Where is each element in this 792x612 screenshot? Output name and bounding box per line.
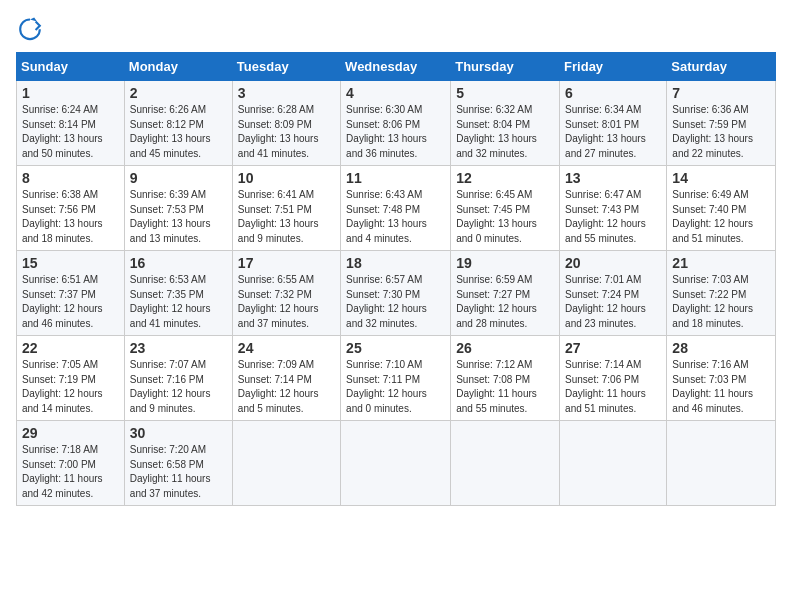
header-cell-tuesday: Tuesday	[232, 53, 340, 81]
day-cell	[667, 421, 776, 506]
day-number: 10	[238, 170, 335, 186]
day-cell	[560, 421, 667, 506]
day-cell: 16Sunrise: 6:53 AM Sunset: 7:35 PM Dayli…	[124, 251, 232, 336]
day-cell: 9Sunrise: 6:39 AM Sunset: 7:53 PM Daylig…	[124, 166, 232, 251]
day-cell: 23Sunrise: 7:07 AM Sunset: 7:16 PM Dayli…	[124, 336, 232, 421]
day-number: 13	[565, 170, 661, 186]
header-cell-thursday: Thursday	[451, 53, 560, 81]
day-cell	[341, 421, 451, 506]
day-info: Sunrise: 6:41 AM Sunset: 7:51 PM Dayligh…	[238, 188, 335, 246]
day-info: Sunrise: 6:59 AM Sunset: 7:27 PM Dayligh…	[456, 273, 554, 331]
day-info: Sunrise: 7:09 AM Sunset: 7:14 PM Dayligh…	[238, 358, 335, 416]
day-number: 20	[565, 255, 661, 271]
header-row: SundayMondayTuesdayWednesdayThursdayFrid…	[17, 53, 776, 81]
day-info: Sunrise: 6:36 AM Sunset: 7:59 PM Dayligh…	[672, 103, 770, 161]
day-cell: 19Sunrise: 6:59 AM Sunset: 7:27 PM Dayli…	[451, 251, 560, 336]
day-number: 24	[238, 340, 335, 356]
calendar-table: SundayMondayTuesdayWednesdayThursdayFrid…	[16, 52, 776, 506]
day-info: Sunrise: 7:20 AM Sunset: 6:58 PM Dayligh…	[130, 443, 227, 501]
day-number: 22	[22, 340, 119, 356]
logo-icon	[16, 16, 44, 44]
day-number: 14	[672, 170, 770, 186]
day-number: 30	[130, 425, 227, 441]
day-cell: 27Sunrise: 7:14 AM Sunset: 7:06 PM Dayli…	[560, 336, 667, 421]
day-cell: 18Sunrise: 6:57 AM Sunset: 7:30 PM Dayli…	[341, 251, 451, 336]
day-number: 25	[346, 340, 445, 356]
day-info: Sunrise: 7:01 AM Sunset: 7:24 PM Dayligh…	[565, 273, 661, 331]
day-cell: 4Sunrise: 6:30 AM Sunset: 8:06 PM Daylig…	[341, 81, 451, 166]
day-info: Sunrise: 7:14 AM Sunset: 7:06 PM Dayligh…	[565, 358, 661, 416]
day-cell: 6Sunrise: 6:34 AM Sunset: 8:01 PM Daylig…	[560, 81, 667, 166]
day-cell: 7Sunrise: 6:36 AM Sunset: 7:59 PM Daylig…	[667, 81, 776, 166]
day-cell: 10Sunrise: 6:41 AM Sunset: 7:51 PM Dayli…	[232, 166, 340, 251]
logo	[16, 16, 48, 44]
day-number: 17	[238, 255, 335, 271]
day-number: 3	[238, 85, 335, 101]
day-info: Sunrise: 7:18 AM Sunset: 7:00 PM Dayligh…	[22, 443, 119, 501]
week-row-1: 1Sunrise: 6:24 AM Sunset: 8:14 PM Daylig…	[17, 81, 776, 166]
day-cell: 24Sunrise: 7:09 AM Sunset: 7:14 PM Dayli…	[232, 336, 340, 421]
day-info: Sunrise: 6:43 AM Sunset: 7:48 PM Dayligh…	[346, 188, 445, 246]
day-info: Sunrise: 6:51 AM Sunset: 7:37 PM Dayligh…	[22, 273, 119, 331]
day-info: Sunrise: 6:47 AM Sunset: 7:43 PM Dayligh…	[565, 188, 661, 246]
day-info: Sunrise: 6:45 AM Sunset: 7:45 PM Dayligh…	[456, 188, 554, 246]
day-info: Sunrise: 6:26 AM Sunset: 8:12 PM Dayligh…	[130, 103, 227, 161]
day-cell: 20Sunrise: 7:01 AM Sunset: 7:24 PM Dayli…	[560, 251, 667, 336]
day-cell	[232, 421, 340, 506]
day-info: Sunrise: 7:12 AM Sunset: 7:08 PM Dayligh…	[456, 358, 554, 416]
day-number: 21	[672, 255, 770, 271]
day-number: 5	[456, 85, 554, 101]
day-cell: 26Sunrise: 7:12 AM Sunset: 7:08 PM Dayli…	[451, 336, 560, 421]
week-row-2: 8Sunrise: 6:38 AM Sunset: 7:56 PM Daylig…	[17, 166, 776, 251]
day-cell: 8Sunrise: 6:38 AM Sunset: 7:56 PM Daylig…	[17, 166, 125, 251]
day-info: Sunrise: 6:24 AM Sunset: 8:14 PM Dayligh…	[22, 103, 119, 161]
day-number: 2	[130, 85, 227, 101]
day-info: Sunrise: 6:38 AM Sunset: 7:56 PM Dayligh…	[22, 188, 119, 246]
day-cell: 25Sunrise: 7:10 AM Sunset: 7:11 PM Dayli…	[341, 336, 451, 421]
day-cell	[451, 421, 560, 506]
day-cell: 5Sunrise: 6:32 AM Sunset: 8:04 PM Daylig…	[451, 81, 560, 166]
day-cell: 1Sunrise: 6:24 AM Sunset: 8:14 PM Daylig…	[17, 81, 125, 166]
day-number: 26	[456, 340, 554, 356]
day-cell: 28Sunrise: 7:16 AM Sunset: 7:03 PM Dayli…	[667, 336, 776, 421]
day-cell: 22Sunrise: 7:05 AM Sunset: 7:19 PM Dayli…	[17, 336, 125, 421]
header-cell-friday: Friday	[560, 53, 667, 81]
week-row-5: 29Sunrise: 7:18 AM Sunset: 7:00 PM Dayli…	[17, 421, 776, 506]
day-number: 29	[22, 425, 119, 441]
week-row-4: 22Sunrise: 7:05 AM Sunset: 7:19 PM Dayli…	[17, 336, 776, 421]
day-info: Sunrise: 7:10 AM Sunset: 7:11 PM Dayligh…	[346, 358, 445, 416]
day-info: Sunrise: 7:05 AM Sunset: 7:19 PM Dayligh…	[22, 358, 119, 416]
day-info: Sunrise: 7:16 AM Sunset: 7:03 PM Dayligh…	[672, 358, 770, 416]
page-header	[16, 16, 776, 44]
day-cell: 14Sunrise: 6:49 AM Sunset: 7:40 PM Dayli…	[667, 166, 776, 251]
day-number: 28	[672, 340, 770, 356]
day-cell: 15Sunrise: 6:51 AM Sunset: 7:37 PM Dayli…	[17, 251, 125, 336]
day-number: 18	[346, 255, 445, 271]
day-cell: 29Sunrise: 7:18 AM Sunset: 7:00 PM Dayli…	[17, 421, 125, 506]
day-info: Sunrise: 6:39 AM Sunset: 7:53 PM Dayligh…	[130, 188, 227, 246]
day-number: 19	[456, 255, 554, 271]
day-cell: 13Sunrise: 6:47 AM Sunset: 7:43 PM Dayli…	[560, 166, 667, 251]
day-info: Sunrise: 6:34 AM Sunset: 8:01 PM Dayligh…	[565, 103, 661, 161]
day-cell: 17Sunrise: 6:55 AM Sunset: 7:32 PM Dayli…	[232, 251, 340, 336]
day-number: 12	[456, 170, 554, 186]
day-number: 9	[130, 170, 227, 186]
day-number: 7	[672, 85, 770, 101]
header-cell-saturday: Saturday	[667, 53, 776, 81]
day-info: Sunrise: 6:28 AM Sunset: 8:09 PM Dayligh…	[238, 103, 335, 161]
day-number: 11	[346, 170, 445, 186]
day-cell: 2Sunrise: 6:26 AM Sunset: 8:12 PM Daylig…	[124, 81, 232, 166]
day-info: Sunrise: 6:53 AM Sunset: 7:35 PM Dayligh…	[130, 273, 227, 331]
day-info: Sunrise: 6:57 AM Sunset: 7:30 PM Dayligh…	[346, 273, 445, 331]
day-info: Sunrise: 7:07 AM Sunset: 7:16 PM Dayligh…	[130, 358, 227, 416]
day-number: 6	[565, 85, 661, 101]
day-cell: 11Sunrise: 6:43 AM Sunset: 7:48 PM Dayli…	[341, 166, 451, 251]
day-number: 27	[565, 340, 661, 356]
week-row-3: 15Sunrise: 6:51 AM Sunset: 7:37 PM Dayli…	[17, 251, 776, 336]
day-number: 15	[22, 255, 119, 271]
header-cell-sunday: Sunday	[17, 53, 125, 81]
day-number: 1	[22, 85, 119, 101]
day-info: Sunrise: 7:03 AM Sunset: 7:22 PM Dayligh…	[672, 273, 770, 331]
day-cell: 30Sunrise: 7:20 AM Sunset: 6:58 PM Dayli…	[124, 421, 232, 506]
day-cell: 3Sunrise: 6:28 AM Sunset: 8:09 PM Daylig…	[232, 81, 340, 166]
